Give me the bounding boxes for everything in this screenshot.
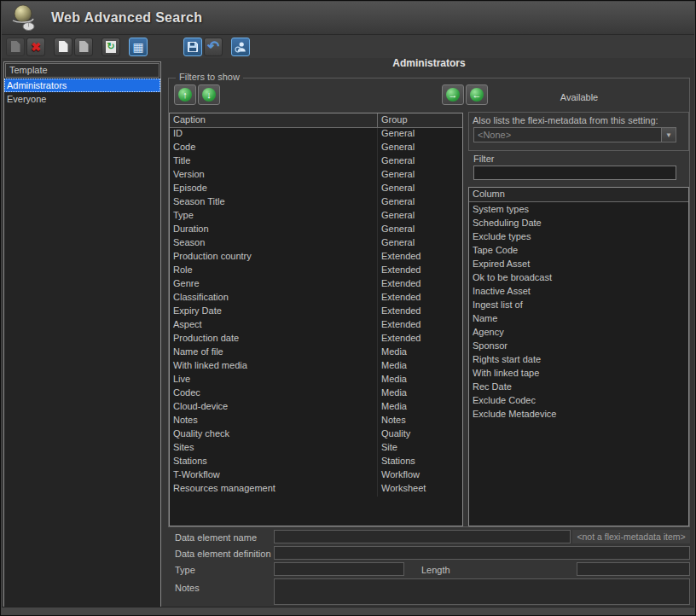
- table-row[interactable]: Season TitleGeneral: [170, 196, 462, 210]
- table-row[interactable]: CodecMedia: [170, 387, 462, 401]
- table-row[interactable]: LiveMedia: [170, 374, 462, 387]
- table-row[interactable]: With linked mediaMedia: [170, 360, 462, 374]
- filters-table-header: Caption Group: [170, 113, 462, 128]
- new-button[interactable]: [6, 38, 25, 56]
- list-item[interactable]: Exclude Codec: [469, 393, 688, 407]
- caption-cell: Resources management: [170, 483, 378, 497]
- group-cell: General: [378, 196, 462, 210]
- flexi-setting-dropdown[interactable]: <None> ▼: [473, 127, 676, 142]
- template-item[interactable]: Everyone: [4, 92, 160, 106]
- list-item[interactable]: Agency: [469, 325, 688, 339]
- list-item[interactable]: Rights start date: [469, 352, 688, 366]
- caption-cell: ID: [170, 128, 378, 142]
- table-row[interactable]: Cloud-deviceMedia: [170, 401, 462, 415]
- available-column-list-body: System typesScheduling DateExclude types…: [469, 202, 688, 421]
- table-row[interactable]: IDGeneral: [170, 128, 462, 142]
- group-cell: Stations: [378, 456, 462, 469]
- template-item[interactable]: Administrators: [4, 78, 160, 92]
- list-item[interactable]: Exclude Metadevice: [469, 407, 688, 421]
- caption-cell: Role: [170, 264, 378, 278]
- save-button[interactable]: [183, 38, 202, 56]
- list-item[interactable]: Name: [469, 311, 688, 325]
- table-row[interactable]: Name of fileMedia: [170, 346, 462, 360]
- caption-cell: Classification: [170, 292, 378, 305]
- paste-button[interactable]: [74, 38, 93, 56]
- move-down-button[interactable]: ↓: [198, 84, 220, 105]
- data-element-definition-input[interactable]: [274, 546, 690, 560]
- undo-button[interactable]: ↶: [204, 38, 223, 56]
- table-row[interactable]: RoleExtended: [170, 264, 462, 278]
- caption-cell: Duration: [170, 224, 378, 237]
- table-row[interactable]: Production dateExtended: [170, 333, 462, 346]
- table-row[interactable]: DurationGeneral: [170, 224, 462, 237]
- available-label: Available: [469, 92, 689, 102]
- user-permissions-button[interactable]: [231, 38, 250, 56]
- delete-icon: ✖: [31, 41, 41, 53]
- filters-group-label: Filters to show: [176, 72, 243, 82]
- table-row[interactable]: ClassificationExtended: [170, 292, 462, 305]
- list-item[interactable]: Expired Asset: [469, 257, 688, 270]
- caption-cell: Live: [170, 374, 378, 387]
- caption-cell: With linked media: [170, 360, 378, 374]
- group-cell: Media: [378, 387, 462, 401]
- list-item[interactable]: Ingest list of: [469, 298, 688, 311]
- table-row[interactable]: AspectExtended: [170, 319, 462, 333]
- table-row[interactable]: T-WorkflowWorkflow: [170, 469, 462, 483]
- list-item[interactable]: Rec Date: [469, 380, 688, 393]
- table-row[interactable]: VersionGeneral: [170, 169, 462, 183]
- notes-input[interactable]: [274, 578, 690, 605]
- refresh-button[interactable]: ↻: [102, 38, 120, 56]
- table-row[interactable]: NotesNotes: [170, 415, 462, 428]
- group-cell: Quality: [378, 428, 462, 442]
- length-input[interactable]: [577, 562, 690, 576]
- caption-column-header[interactable]: Caption: [170, 113, 378, 127]
- table-row[interactable]: Expiry DateExtended: [170, 305, 462, 319]
- template-list: AdministratorsEveryone: [4, 78, 160, 106]
- move-right-button[interactable]: →: [442, 84, 464, 105]
- flexi-setting-value: <None>: [474, 128, 661, 142]
- caption-cell: Codec: [170, 387, 378, 401]
- list-item[interactable]: System types: [469, 202, 688, 216]
- list-item[interactable]: Scheduling Date: [469, 216, 688, 230]
- table-row[interactable]: SeasonGeneral: [170, 237, 462, 251]
- list-item[interactable]: Tape Code: [469, 243, 688, 257]
- table-row[interactable]: GenreExtended: [170, 278, 462, 292]
- copy-page-icon: [59, 41, 68, 52]
- filter-input[interactable]: [473, 166, 676, 180]
- table-row[interactable]: StationsStations: [170, 456, 462, 469]
- table-row[interactable]: Resources managementWorksheet: [170, 483, 462, 497]
- list-item[interactable]: Inactive Asset: [469, 284, 688, 298]
- type-input[interactable]: [274, 562, 404, 576]
- table-row[interactable]: Production countryExtended: [170, 251, 462, 264]
- caption-cell: Season Title: [170, 196, 378, 210]
- dropdown-button[interactable]: ▼: [661, 128, 676, 142]
- caption-cell: Expiry Date: [170, 305, 378, 319]
- data-element-form: Data element name <not a flexi-metadata …: [168, 530, 690, 608]
- list-item[interactable]: Sponsor: [469, 339, 688, 352]
- table-row[interactable]: EpisodeGeneral: [170, 183, 462, 196]
- table-row[interactable]: Quality checkQuality: [170, 428, 462, 442]
- group-cell: Media: [378, 401, 462, 415]
- caption-cell: Code: [170, 142, 378, 155]
- list-item[interactable]: Ok to be broadcast: [469, 270, 688, 284]
- list-item[interactable]: Exclude types: [469, 230, 688, 243]
- group-column-header[interactable]: Group: [378, 113, 462, 127]
- group-cell: Extended: [378, 333, 462, 346]
- delete-button[interactable]: ✖: [26, 38, 45, 56]
- group-cell: Worksheet: [378, 483, 462, 497]
- copy-button[interactable]: [54, 38, 72, 56]
- table-row[interactable]: TypeGeneral: [170, 210, 462, 224]
- move-up-button[interactable]: ↑: [174, 84, 196, 105]
- group-cell: Extended: [378, 251, 462, 264]
- caption-cell: Cloud-device: [170, 401, 378, 415]
- list-item[interactable]: With linked tape: [469, 366, 688, 380]
- available-column-list: Column System typesScheduling DateExclud…: [468, 187, 689, 526]
- table-row[interactable]: SitesSite: [170, 442, 462, 456]
- table-row[interactable]: TitleGeneral: [170, 155, 462, 169]
- grid-view-button[interactable]: ▦: [129, 38, 148, 56]
- data-element-name-input[interactable]: [274, 530, 571, 543]
- group-cell: Extended: [378, 264, 462, 278]
- table-row[interactable]: CodeGeneral: [170, 142, 462, 155]
- flexi-status-badge: <not a flexi-metadata item>: [572, 530, 690, 543]
- column-list-header[interactable]: Column: [469, 188, 688, 202]
